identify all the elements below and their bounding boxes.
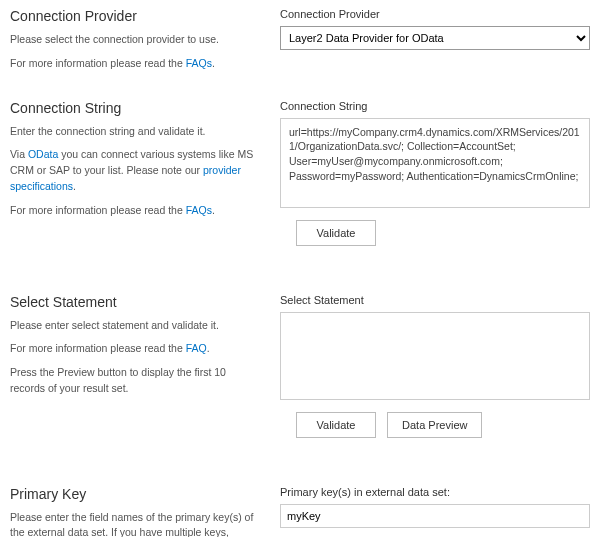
- select-statement-label: Select Statement: [280, 294, 590, 306]
- connection-string-field: Connection String url=https://myCompany.…: [280, 100, 590, 246]
- primary-key-help: Primary Key Please enter the field names…: [10, 486, 280, 538]
- connection-provider-title: Connection Provider: [10, 8, 260, 24]
- connection-string-via: Via OData you can connect various system…: [10, 147, 260, 194]
- faqs-link[interactable]: FAQs: [186, 57, 212, 69]
- connection-provider-section: Connection Provider Please select the co…: [10, 8, 590, 80]
- connection-provider-select[interactable]: Layer2 Data Provider for OData: [280, 26, 590, 50]
- primary-key-desc: Please enter the field names of the prim…: [10, 510, 260, 538]
- primary-key-label: Primary key(s) in external data set:: [280, 486, 590, 498]
- faqs-link-2[interactable]: FAQs: [186, 204, 212, 216]
- connection-provider-field: Connection Provider Layer2 Data Provider…: [280, 8, 590, 80]
- primary-key-section: Primary Key Please enter the field names…: [10, 486, 590, 538]
- select-statement-desc: Please enter select statement and valida…: [10, 318, 260, 334]
- select-statement-title: Select Statement: [10, 294, 260, 310]
- connection-provider-info: For more information please read the FAQ…: [10, 56, 260, 72]
- connection-string-desc: Enter the connection string and validate…: [10, 124, 260, 140]
- connection-string-title: Connection String: [10, 100, 260, 116]
- validate-connection-button[interactable]: Validate: [296, 220, 376, 246]
- select-statement-info: For more information please read the FAQ…: [10, 341, 260, 357]
- connection-provider-label: Connection Provider: [280, 8, 590, 20]
- primary-key-input[interactable]: [280, 504, 590, 528]
- select-statement-field: Select Statement Validate Data Preview: [280, 294, 590, 438]
- connection-string-label: Connection String: [280, 100, 590, 112]
- validate-select-button[interactable]: Validate: [296, 412, 376, 438]
- select-statement-input[interactable]: [280, 312, 590, 400]
- primary-key-title: Primary Key: [10, 486, 260, 502]
- odata-link[interactable]: OData: [28, 148, 58, 160]
- connection-string-help: Connection String Enter the connection s…: [10, 100, 280, 246]
- primary-key-field: Primary key(s) in external data set: Val…: [280, 486, 590, 538]
- connection-provider-desc: Please select the connection provider to…: [10, 32, 260, 48]
- faq-link[interactable]: FAQ: [186, 342, 207, 354]
- connection-provider-help: Connection Provider Please select the co…: [10, 8, 280, 80]
- data-preview-button[interactable]: Data Preview: [387, 412, 482, 438]
- select-statement-section: Select Statement Please enter select sta…: [10, 294, 590, 438]
- select-statement-preview-desc: Press the Preview button to display the …: [10, 365, 260, 397]
- connection-string-section: Connection String Enter the connection s…: [10, 100, 590, 246]
- select-statement-help: Select Statement Please enter select sta…: [10, 294, 280, 438]
- connection-string-info: For more information please read the FAQ…: [10, 203, 260, 219]
- connection-string-input[interactable]: url=https://myCompany.crm4.dynamics.com/…: [280, 118, 590, 208]
